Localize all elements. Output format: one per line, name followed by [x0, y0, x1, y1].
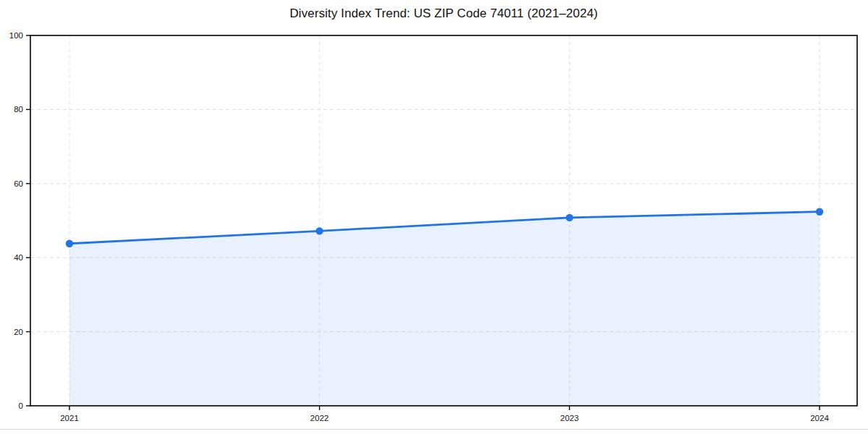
area-fill	[69, 212, 820, 406]
data-point-2021	[66, 240, 73, 247]
x-tick-label: 2024	[810, 414, 829, 422]
x-tick-label: 2022	[310, 414, 329, 422]
data-point-2023	[566, 214, 573, 221]
data-point-2024	[816, 208, 823, 216]
y-tick-label: 20	[14, 328, 23, 336]
data-point-2022	[315, 227, 323, 234]
y-tick-label: 80	[14, 105, 23, 114]
y-tick-label: 60	[14, 179, 23, 188]
y-tick-label: 40	[14, 253, 23, 262]
figure-bottom-edge	[0, 429, 868, 430]
y-tick-label: 0	[19, 401, 23, 410]
line-chart-canvas: 0204060801002021202220232024	[0, 0, 868, 434]
x-tick-label: 2021	[60, 414, 79, 422]
x-tick-label: 2023	[561, 414, 579, 422]
y-tick-label: 100	[9, 31, 23, 40]
chart-figure: Diversity Index Trend: US ZIP Code 74011…	[0, 0, 868, 434]
